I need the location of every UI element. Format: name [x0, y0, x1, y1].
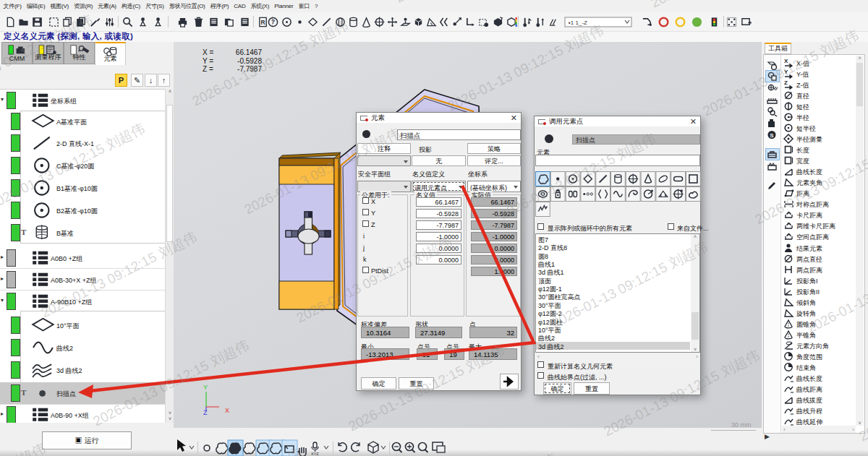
svg-text:R: R — [260, 19, 265, 26]
svg-text:Z: Z — [203, 409, 208, 416]
svg-text:S: S — [770, 132, 774, 139]
svg-text:Y: Y — [784, 69, 788, 75]
svg-text:X: X — [784, 58, 788, 64]
svg-text:XYZ: XYZ — [311, 452, 319, 456]
svg-text:X: X — [225, 407, 229, 414]
svg-text:▪1 1_-Z: ▪1 1_-Z — [569, 20, 587, 26]
svg-text:?: ? — [271, 18, 275, 25]
svg-text:Y: Y — [203, 384, 208, 391]
svg-text:Z: Z — [784, 79, 788, 86]
